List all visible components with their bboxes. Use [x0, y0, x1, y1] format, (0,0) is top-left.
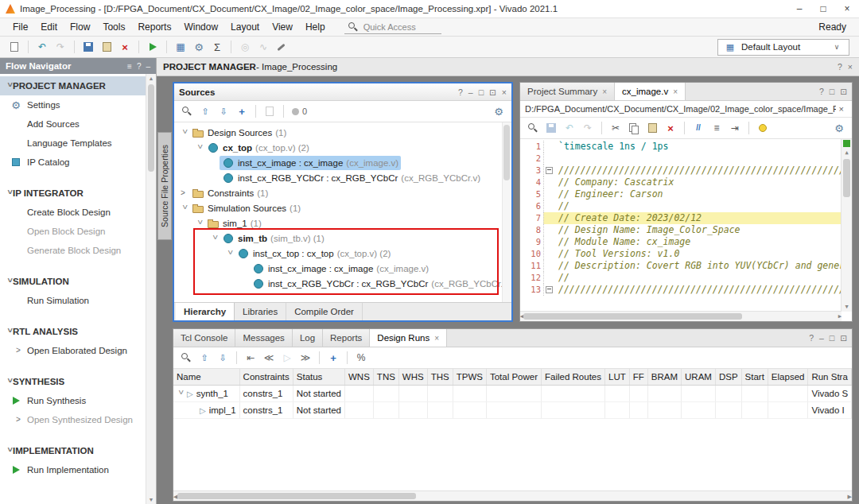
paste-button[interactable] [644, 120, 660, 136]
flownav-open-block-design[interactable]: Open Block Design [0, 222, 146, 241]
menu-tools[interactable]: Tools [96, 21, 131, 33]
code-line-2[interactable]: 2 [520, 153, 842, 165]
menu-edit[interactable]: Edit [34, 21, 64, 33]
target-button[interactable]: ◎ [237, 39, 253, 55]
menu-file[interactable]: File [6, 21, 34, 33]
column-ff[interactable]: FF [629, 369, 647, 386]
restore-window-button[interactable]: □ [811, 2, 835, 15]
source-item-cx-top[interactable]: >cx_top (cx_top.v) (2) [174, 140, 511, 155]
source-item-sim-tb[interactable]: >sim_tb (sim_tb.v) (1) [174, 231, 511, 246]
column-constraints[interactable]: Constraints [239, 369, 293, 386]
flownav-synthesis[interactable]: >SYNTHESIS [0, 372, 146, 391]
chevron-down-icon[interactable]: > [181, 129, 189, 136]
code-line-4[interactable]: 4// Company: Cascatrix [520, 176, 842, 188]
code-line-1[interactable]: 1`timescale 1ns / 1ps [520, 141, 842, 153]
tab-log[interactable]: Log [293, 329, 323, 347]
code-line-8[interactable]: 8// Design Name: Image_Color_Space [520, 224, 842, 236]
flownav-settings[interactable]: ⚙Settings [0, 95, 146, 114]
flow-navigator-scrollbar[interactable]: ▲ ▼ [146, 74, 156, 504]
fold-icon[interactable] [546, 286, 553, 293]
code-line-13[interactable]: 13//////////////////////////////////////… [520, 284, 842, 296]
tab-project-summary[interactable]: Project Summary× [520, 83, 615, 100]
tab-tcl-console[interactable]: Tcl Console [173, 329, 235, 347]
maximize-button[interactable]: □ [830, 333, 834, 343]
flownav-run-synthesis[interactable]: Run Synthesis [0, 391, 146, 410]
wrench-button[interactable] [274, 39, 290, 55]
help-button[interactable]: ? [809, 333, 814, 343]
column-wns[interactable]: WNS [345, 369, 374, 386]
tab-libraries[interactable]: Libraries [235, 303, 286, 320]
flownav-ip-catalog[interactable]: IP Catalog [0, 153, 146, 172]
magnifier-button[interactable] [525, 120, 541, 136]
flownav-ip-integrator[interactable]: >IP INTEGRATOR [0, 184, 146, 203]
source-item-inst-cx-image-cx-image[interactable]: >inst_cx_image : cx_image (cx_image.v) [174, 261, 511, 276]
code-line-12[interactable]: 12// [520, 272, 842, 284]
indent-button[interactable]: ⇥ [727, 120, 743, 136]
column-uram[interactable]: URAM [682, 369, 716, 386]
close-tab-icon[interactable]: × [602, 87, 607, 96]
menu-view[interactable]: View [266, 21, 299, 33]
column-status[interactable]: Status [293, 369, 344, 386]
tab-design-runs[interactable]: Design Runs× [370, 329, 447, 347]
chevron-down-icon[interactable]: > [196, 144, 204, 151]
copy-button[interactable] [626, 120, 642, 136]
tab-compile-order[interactable]: Compile Order [286, 303, 363, 320]
code-line-9[interactable]: 9// Module Name: cx_image [520, 236, 842, 248]
chevron-down-icon[interactable]: > [196, 219, 204, 227]
sources-settings-button[interactable]: ⚙ [491, 103, 507, 119]
run-row-impl-1[interactable]: >▷impl_1constrs_1Not startedVivado I [173, 402, 852, 419]
flownav-simulation[interactable]: >SIMULATION [0, 272, 146, 291]
scroll-up-icon[interactable]: ▲ [845, 149, 848, 157]
column-whs[interactable]: WHS [398, 369, 427, 386]
wave-button[interactable]: ∿ [255, 39, 271, 55]
maximize-button[interactable]: □ [830, 87, 834, 96]
editor-vertical-scrollbar[interactable]: ▲ ▼ [841, 139, 852, 312]
chevron-right-icon[interactable]: > [181, 189, 188, 197]
save-button[interactable] [543, 120, 559, 136]
column-elapsed[interactable]: Elapsed [768, 369, 808, 386]
flownav-open-synthesized-design[interactable]: >Open Synthesized Design [0, 410, 146, 429]
minimize-button[interactable]: – [146, 62, 150, 71]
column-tpws[interactable]: TPWS [453, 369, 486, 386]
source-item-sim-1[interactable]: >sim_1 (1) [174, 215, 511, 231]
scroll-right-icon[interactable]: ▶ [848, 492, 852, 501]
chevron-down-icon[interactable]: > [226, 250, 234, 257]
code-line-11[interactable]: 11// Description: Covert RGB into YUV(YC… [520, 260, 842, 272]
steps-button[interactable]: ▦ [173, 39, 189, 55]
scrollbar-thumb[interactable] [503, 125, 510, 180]
scroll-down-icon[interactable]: ▼ [149, 495, 154, 504]
flownav-open-elaborated-design[interactable]: >Open Elaborated Design [0, 341, 146, 360]
help-button[interactable]: ? [458, 87, 463, 97]
source-item-inst-cx-image-cx-image[interactable]: >inst_cx_image : cx_image (cx_image.v) [174, 155, 511, 170]
flownav-implementation[interactable]: >IMPLEMENTATION [0, 441, 146, 460]
paste-button[interactable] [99, 39, 115, 55]
flownav-rtl-analysis[interactable]: >RTL ANALYSIS [0, 322, 146, 341]
flownav-run-implementation[interactable]: Run Implementation [0, 460, 146, 479]
fold-icon[interactable] [546, 167, 553, 174]
collapse-all-button[interactable]: ⇧ [196, 350, 212, 366]
flownav-generate-block-design[interactable]: Generate Block Design [0, 241, 146, 260]
menu-layout[interactable]: Layout [224, 21, 266, 33]
path-close-icon[interactable]: × [836, 103, 847, 115]
minimize-window-button[interactable]: – [787, 2, 811, 15]
tab-hierarchy[interactable]: Hierarchy [176, 303, 235, 320]
float-button[interactable]: ⊡ [489, 87, 496, 97]
ffwd-button[interactable]: ≫ [297, 350, 313, 366]
code-line-6[interactable]: 6// [520, 200, 842, 212]
float-button[interactable]: ⊡ [840, 87, 847, 96]
column-total-power[interactable]: Total Power [486, 369, 541, 386]
scroll-up-icon[interactable]: ▲ [149, 74, 154, 83]
column-start[interactable]: Start [741, 369, 768, 386]
flownav-add-sources[interactable]: Add Sources [0, 114, 146, 134]
menu-help[interactable]: Help [299, 21, 332, 33]
source-item-design-sources[interactable]: >Design Sources (1) [174, 125, 511, 140]
close-button[interactable]: × [502, 87, 507, 97]
delete-button[interactable]: × [117, 39, 133, 55]
close-button[interactable]: × [848, 62, 853, 72]
menu-flow[interactable]: Flow [64, 21, 96, 33]
scrollbar-thumb[interactable] [843, 159, 850, 197]
source-item-simulation-sources[interactable]: >Simulation Sources (1) [174, 200, 511, 215]
menu-window[interactable]: Window [177, 21, 224, 33]
comment-button[interactable]: // [690, 120, 706, 136]
column-name[interactable]: Name [173, 369, 239, 386]
